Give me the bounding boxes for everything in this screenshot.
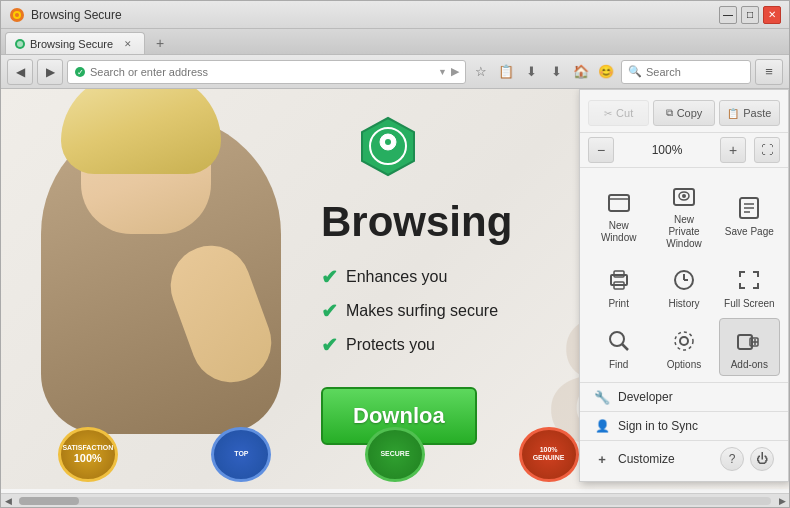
save-page-menu-item[interactable]: Save Page <box>719 174 780 254</box>
firefox-menu: ✂ Cut ⧉ Copy 📋 Paste − 100% + ⛶ <box>579 89 789 482</box>
home-icon[interactable]: 🏠 <box>570 61 592 83</box>
back-button[interactable]: ◀ <box>7 59 33 85</box>
svg-point-4 <box>17 41 23 47</box>
bookmark-star-icon[interactable]: ☆ <box>470 61 492 83</box>
print-icon <box>605 266 633 294</box>
horizontal-scrollbar[interactable]: ◀ ▶ <box>1 493 789 507</box>
tab-close-button[interactable]: ✕ <box>121 37 135 51</box>
seal-4: 100% GENUINE <box>519 427 579 482</box>
copy-icon: ⧉ <box>666 107 673 119</box>
new-window-menu-item[interactable]: New Window <box>588 174 649 254</box>
paste-icon: 📋 <box>727 108 739 119</box>
scrollbar-track <box>19 497 771 505</box>
paste-button[interactable]: 📋 Paste <box>719 100 780 126</box>
addons-label: Add-ons <box>731 359 768 371</box>
navigation-bar: ◀ ▶ ✓ ▼ ▶ ☆ 📋 ⬇ ⬇ 🏠 😊 🔍 ≡ <box>1 55 789 89</box>
close-button[interactable]: ✕ <box>763 6 781 24</box>
account-icon[interactable]: 😊 <box>595 61 617 83</box>
scissors-icon: ✂ <box>604 108 612 119</box>
download-icon[interactable]: ⬇ <box>545 61 567 83</box>
private-window-menu-item[interactable]: New Private Window <box>653 174 714 254</box>
find-label: Find <box>609 359 628 371</box>
active-tab[interactable]: Browsing Secure ✕ <box>5 32 145 54</box>
address-input[interactable] <box>90 66 434 78</box>
address-bar[interactable]: ✓ ▼ ▶ <box>67 60 466 84</box>
customize-menu-item[interactable]: + Customize ? ⏻ <box>580 441 788 477</box>
developer-icon: 🔧 <box>594 389 610 405</box>
print-label: Print <box>608 298 629 310</box>
browser-window: Browsing Secure — □ ✕ Browsing Secure ✕ … <box>0 0 790 508</box>
history-icon <box>670 266 698 294</box>
check-icon-2: ✔ <box>321 299 338 323</box>
minimize-button[interactable]: — <box>719 6 737 24</box>
fullscreen-icon <box>735 266 763 294</box>
svg-text:✓: ✓ <box>77 68 84 77</box>
reading-list-icon[interactable]: 📋 <box>495 61 517 83</box>
feature-text-3: Protects you <box>346 336 435 354</box>
security-icon: ✓ <box>74 66 86 78</box>
search-bar[interactable]: 🔍 <box>621 60 751 84</box>
svg-rect-13 <box>609 195 629 211</box>
window-controls: — □ ✕ <box>719 6 781 24</box>
new-tab-button[interactable]: + <box>149 32 171 54</box>
print-menu-item[interactable]: Print <box>588 258 649 314</box>
signin-menu-item[interactable]: 👤 Sign in to Sync <box>580 412 788 441</box>
find-menu-item[interactable]: Find <box>588 318 649 376</box>
options-label: Options <box>667 359 701 371</box>
developer-label: Developer <box>618 390 673 404</box>
feature-list: ✔ Enhances you ✔ Makes surfing secure ✔ … <box>321 265 589 357</box>
history-label: History <box>668 298 699 310</box>
tab-bar: Browsing Secure ✕ + <box>1 29 789 55</box>
find-icon <box>605 327 633 355</box>
tab-label: Browsing Secure <box>30 38 113 50</box>
customize-label: Customize <box>618 452 675 466</box>
private-window-label: New Private Window <box>657 214 710 250</box>
customize-icon: + <box>594 451 610 467</box>
svg-point-30 <box>680 337 688 345</box>
svg-point-17 <box>682 194 686 198</box>
title-bar: Browsing Secure — □ ✕ <box>1 1 789 29</box>
power-button[interactable]: ⏻ <box>750 447 774 471</box>
options-menu-item[interactable]: Options <box>653 318 714 376</box>
zoom-out-button[interactable]: − <box>588 137 614 163</box>
scroll-left-button[interactable]: ◀ <box>1 494 15 508</box>
content-area: 87 <box>1 89 789 507</box>
save-page-label: Save Page <box>725 226 774 238</box>
zoom-level: 100% <box>614 143 720 157</box>
fullscreen-menu-item[interactable]: Full Screen <box>719 258 780 314</box>
feature-text-1: Enhances you <box>346 268 447 286</box>
fullscreen-label: Full Screen <box>724 298 775 310</box>
window-title: Browsing Secure <box>31 8 122 22</box>
maximize-button[interactable]: □ <box>741 6 759 24</box>
cut-copy-paste-row: ✂ Cut ⧉ Copy 📋 Paste <box>580 96 788 133</box>
go-button[interactable]: ▶ <box>451 65 459 78</box>
svg-line-29 <box>622 344 628 350</box>
zoom-row: − 100% + ⛶ <box>580 133 788 168</box>
svg-point-31 <box>675 332 693 350</box>
signin-label: Sign in to Sync <box>618 419 698 433</box>
developer-menu-item[interactable]: 🔧 Developer <box>580 383 788 412</box>
pocket-icon[interactable]: ⬇ <box>520 61 542 83</box>
search-icon: 🔍 <box>628 65 642 78</box>
save-page-icon <box>735 194 763 222</box>
history-menu-item[interactable]: History <box>653 258 714 314</box>
zoom-in-button[interactable]: + <box>720 137 746 163</box>
copy-button[interactable]: ⧉ Copy <box>653 100 714 126</box>
help-button[interactable]: ? <box>720 447 744 471</box>
seal-1: SATISFACTION 100% <box>58 427 118 482</box>
fullscreen-toggle-button[interactable]: ⛶ <box>754 137 780 163</box>
cut-button[interactable]: ✂ Cut <box>588 100 649 126</box>
feature-text-2: Makes surfing secure <box>346 302 498 320</box>
new-window-label: New Window <box>592 220 645 244</box>
nav-icon-buttons: ☆ 📋 ⬇ ⬇ 🏠 😊 <box>470 61 617 83</box>
options-icon <box>670 327 698 355</box>
menu-icons-grid: New Window New Private Window <box>580 168 788 383</box>
scroll-right-button[interactable]: ▶ <box>775 494 789 508</box>
addons-menu-item[interactable]: Add-ons <box>719 318 780 376</box>
forward-button[interactable]: ▶ <box>37 59 63 85</box>
signin-icon: 👤 <box>594 418 610 434</box>
tab-favicon <box>14 38 26 50</box>
firefox-icon <box>9 7 25 23</box>
scrollbar-thumb[interactable] <box>19 497 79 505</box>
hamburger-menu-button[interactable]: ≡ <box>755 59 783 85</box>
